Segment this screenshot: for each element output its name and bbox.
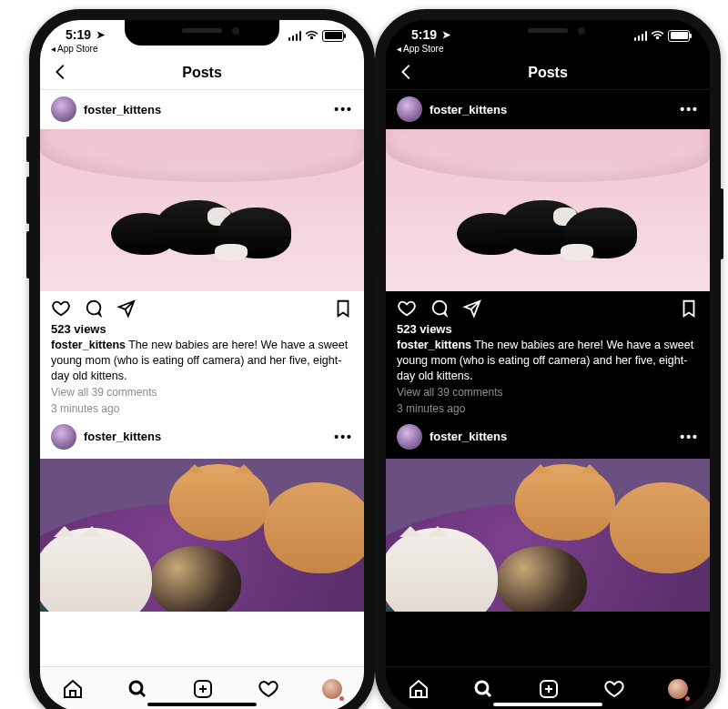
nav-bar: Posts xyxy=(40,56,364,90)
caption[interactable]: foster_kittens The new babies are here! … xyxy=(40,336,364,384)
power-button xyxy=(720,188,723,259)
new-post-tab[interactable] xyxy=(538,678,560,700)
new-post-tab[interactable] xyxy=(192,678,214,700)
more-icon[interactable]: ••• xyxy=(680,430,699,444)
username[interactable]: foster_kittens xyxy=(84,430,161,443)
nav-title: Posts xyxy=(528,65,568,81)
avatar[interactable] xyxy=(397,96,422,122)
more-icon[interactable]: ••• xyxy=(334,102,353,116)
post-header-2[interactable]: foster_kittens ••• xyxy=(40,417,364,457)
username[interactable]: foster_kittens xyxy=(84,103,161,116)
svg-point-0 xyxy=(130,682,142,694)
avatar[interactable] xyxy=(51,424,76,450)
battery-icon xyxy=(322,30,344,42)
avatar[interactable] xyxy=(51,96,76,122)
bookmark-icon[interactable] xyxy=(333,299,353,319)
mute-switch xyxy=(26,137,30,162)
username[interactable]: foster_kittens xyxy=(430,430,507,443)
caption-user[interactable]: foster_kittens xyxy=(397,339,471,351)
avatar[interactable] xyxy=(397,424,422,450)
views-count[interactable]: 523 views xyxy=(40,322,364,336)
search-tab[interactable] xyxy=(126,678,148,700)
nav-bar: Posts xyxy=(386,56,710,90)
post-header[interactable]: foster_kittens ••• xyxy=(40,89,364,129)
post-media[interactable] xyxy=(386,129,710,291)
caption[interactable]: foster_kittens The new babies are here! … xyxy=(386,336,710,384)
activity-tab[interactable] xyxy=(603,678,625,700)
username[interactable]: foster_kittens xyxy=(430,103,507,116)
profile-tab[interactable] xyxy=(322,679,342,699)
volume-up xyxy=(372,177,376,224)
post-header[interactable]: foster_kittens ••• xyxy=(386,89,710,129)
feed[interactable]: foster_kittens ••• 523 views foster_kitt… xyxy=(386,89,710,667)
cellular-icon xyxy=(634,31,648,41)
notch xyxy=(125,20,279,46)
post-time: 3 minutes ago xyxy=(40,400,364,417)
profile-avatar[interactable] xyxy=(668,679,688,699)
post-time: 3 minutes ago xyxy=(386,400,710,417)
volume-up xyxy=(26,177,30,224)
svg-point-2 xyxy=(476,682,488,694)
mute-switch xyxy=(372,137,376,162)
more-icon[interactable]: ••• xyxy=(680,102,699,116)
view-comments[interactable]: View all 39 comments xyxy=(40,384,364,400)
back-icon[interactable] xyxy=(51,62,71,82)
search-tab[interactable] xyxy=(472,678,494,700)
back-to-app[interactable]: App Store xyxy=(51,44,97,54)
activity-tab[interactable] xyxy=(258,678,279,700)
post-actions xyxy=(386,291,710,322)
like-icon[interactable] xyxy=(397,299,417,319)
phone-dark: 5:19 ➤ App Store Posts foster_ki xyxy=(375,9,721,709)
post-media-2[interactable] xyxy=(40,459,364,612)
like-icon[interactable] xyxy=(51,299,71,319)
back-to-app[interactable]: App Store xyxy=(397,44,443,54)
home-indicator[interactable] xyxy=(147,703,257,706)
nav-title: Posts xyxy=(182,65,222,81)
battery-icon xyxy=(668,30,690,42)
post-media-2[interactable] xyxy=(386,459,710,612)
caption-user[interactable]: foster_kittens xyxy=(51,339,126,351)
post-actions xyxy=(40,291,364,322)
post-media[interactable] xyxy=(40,129,364,291)
location-icon: ➤ xyxy=(96,29,105,41)
home-tab[interactable] xyxy=(62,678,84,700)
location-icon: ➤ xyxy=(442,29,450,41)
home-indicator[interactable] xyxy=(493,703,602,706)
status-time: 5:19 xyxy=(411,27,437,42)
status-time: 5:19 xyxy=(66,27,91,42)
phone-light: 5:19 ➤ App Store Posts foster_ki xyxy=(29,9,375,709)
wifi-icon xyxy=(651,30,664,43)
bookmark-icon[interactable] xyxy=(679,299,699,319)
wifi-icon xyxy=(305,30,318,43)
volume-down xyxy=(372,231,376,279)
cellular-icon xyxy=(288,31,302,41)
post-header-2[interactable]: foster_kittens ••• xyxy=(386,417,710,457)
comment-icon[interactable] xyxy=(84,299,104,319)
feed[interactable]: foster_kittens ••• 523 views foster_kitt… xyxy=(40,89,364,667)
back-icon[interactable] xyxy=(397,62,417,82)
profile-avatar[interactable] xyxy=(322,679,342,699)
views-count[interactable]: 523 views xyxy=(386,322,710,336)
home-tab[interactable] xyxy=(408,678,430,700)
share-icon[interactable] xyxy=(116,299,136,319)
view-comments[interactable]: View all 39 comments xyxy=(386,384,710,400)
volume-down xyxy=(26,231,30,279)
share-icon[interactable] xyxy=(462,299,482,319)
notch xyxy=(470,20,625,46)
comment-icon[interactable] xyxy=(430,299,450,319)
profile-tab[interactable] xyxy=(668,679,688,699)
more-icon[interactable]: ••• xyxy=(334,430,353,444)
